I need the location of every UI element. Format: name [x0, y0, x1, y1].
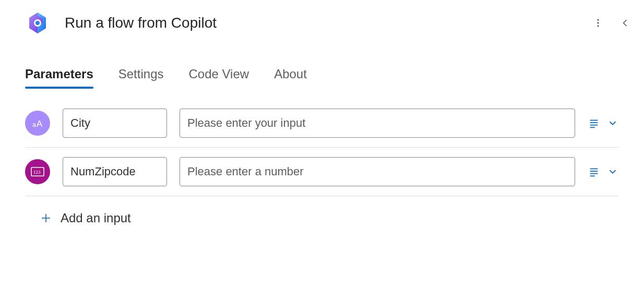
more-options-icon[interactable] [592, 17, 604, 29]
svg-text:a: a [32, 121, 36, 128]
svg-text:123: 123 [33, 170, 41, 175]
svg-point-2 [597, 19, 599, 21]
parameter-row: 123 [25, 148, 619, 196]
panel-title: Run a flow from Copilot [65, 15, 592, 31]
tab-about[interactable]: About [274, 67, 307, 88]
header-actions [592, 17, 631, 29]
list-options-icon[interactable] [588, 117, 600, 129]
parameter-name-input[interactable] [63, 157, 167, 186]
text-type-icon: a A [25, 111, 50, 136]
panel-header: Run a flow from Copilot [0, 10, 644, 46]
chevron-down-icon[interactable] [606, 117, 619, 129]
add-input-label: Add an input [61, 211, 131, 225]
parameter-name-input[interactable] [63, 109, 167, 138]
trigger-config-panel: Run a flow from Copilot Parameters Setti… [0, 0, 644, 225]
row-actions [588, 165, 619, 178]
plus-icon [40, 212, 52, 224]
copilot-logo-icon [25, 10, 50, 35]
svg-point-4 [597, 25, 599, 27]
tab-settings[interactable]: Settings [118, 67, 164, 88]
tab-code-view[interactable]: Code View [188, 67, 249, 88]
parameter-rows: a A 123 [0, 88, 644, 196]
tab-parameters[interactable]: Parameters [25, 67, 93, 88]
parameter-value-input[interactable] [180, 109, 575, 138]
svg-text:A: A [37, 118, 43, 129]
number-type-icon: 123 [25, 159, 50, 184]
svg-point-1 [35, 21, 40, 25]
chevron-down-icon[interactable] [606, 165, 619, 178]
collapse-panel-icon[interactable] [619, 17, 631, 29]
tab-bar: Parameters Settings Code View About [0, 46, 644, 88]
list-options-icon[interactable] [588, 165, 600, 178]
add-input-button[interactable]: Add an input [25, 196, 619, 225]
svg-point-3 [597, 22, 599, 23]
row-actions [588, 117, 619, 129]
parameter-value-input[interactable] [180, 157, 575, 186]
parameter-row: a A [25, 109, 619, 148]
